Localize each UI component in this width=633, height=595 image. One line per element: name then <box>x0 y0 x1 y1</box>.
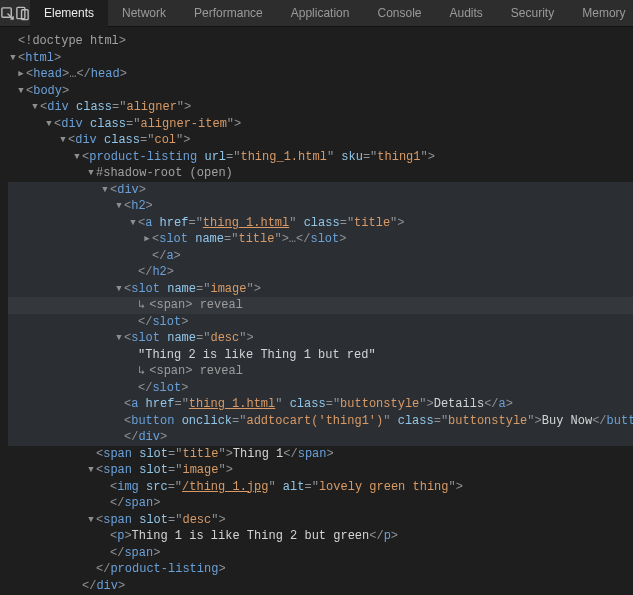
node-slot-image[interactable]: ▼ <slot name="image"> <box>8 281 633 298</box>
node-a-title-close[interactable]: </a> <box>8 248 633 265</box>
node-head[interactable]: ▶ <head>…</head> <box>8 66 633 83</box>
node-shadow-root[interactable]: ▼ #shadow-root (open) <box>8 165 633 182</box>
inspect-element-icon[interactable] <box>0 0 15 27</box>
expand-arrow-icon[interactable]: ▼ <box>114 330 124 347</box>
node-span-slot-image-close[interactable]: </span> <box>8 495 633 512</box>
expand-arrow-icon[interactable]: ▼ <box>30 99 40 116</box>
tab-network[interactable]: Network <box>108 0 180 27</box>
node-span-slot-desc-close[interactable]: </span> <box>8 545 633 562</box>
dom-tree[interactable]: <!doctype html> ▼ <html> ▶ <head>…</head… <box>0 27 633 595</box>
node-body-open[interactable]: ▼ <body> <box>8 83 633 100</box>
node-doctype[interactable]: <!doctype html> <box>8 33 633 50</box>
expand-arrow-icon[interactable]: ▼ <box>128 215 138 232</box>
tab-audits[interactable]: Audits <box>436 0 497 27</box>
punc: > <box>119 33 126 50</box>
node-product-listing-close[interactable]: </product-listing> <box>8 561 633 578</box>
expand-arrow-icon[interactable]: ▼ <box>44 116 54 133</box>
node-slot-image-close[interactable]: </slot> <box>8 314 633 331</box>
doctype-text: !doctype html <box>25 33 119 50</box>
shadow-root-label: #shadow-root (open) <box>96 165 233 182</box>
tab-memory[interactable]: Memory <box>568 0 633 27</box>
expand-arrow-icon[interactable]: ▼ <box>100 182 110 199</box>
node-slot-desc[interactable]: ▼ <slot name="desc"> <box>8 330 633 347</box>
node-slot-desc-text[interactable]: "Thing 2 is like Thing 1 but red" <box>8 347 633 364</box>
punc: < <box>18 33 25 50</box>
expand-arrow-icon[interactable]: ▶ <box>16 66 26 83</box>
node-button-buy-now[interactable]: <button onclick="addtocart('thing1')" cl… <box>8 413 633 430</box>
node-slot-title[interactable]: ▶ <slot name="title">…</slot> <box>8 231 633 248</box>
expand-arrow-icon[interactable]: ▼ <box>58 132 68 149</box>
node-product-listing[interactable]: ▼ <product-listing url="thing_1.html" sk… <box>8 149 633 166</box>
node-a-title[interactable]: ▼ <a href="thing_1.html" class="title"> <box>8 215 633 232</box>
node-div-col-close[interactable]: </div> <box>8 578 633 595</box>
devtools-toolbar: Elements Network Performance Application… <box>0 0 633 27</box>
tab-console[interactable]: Console <box>363 0 435 27</box>
device-toolbar-icon[interactable] <box>15 0 30 27</box>
expand-arrow-icon[interactable]: ▼ <box>8 50 18 67</box>
tab-performance[interactable]: Performance <box>180 0 277 27</box>
node-p-thing1-green[interactable]: <p>Thing 1 is like Thing 2 but green</p> <box>8 528 633 545</box>
devtools-tabs: Elements Network Performance Application… <box>30 0 633 27</box>
expand-arrow-icon[interactable]: ▼ <box>72 149 82 166</box>
node-h2-close[interactable]: </h2> <box>8 264 633 281</box>
tab-elements[interactable]: Elements <box>30 0 108 27</box>
node-html-open[interactable]: ▼ <html> <box>8 50 633 67</box>
reveal-arrow-icon: ↳ <box>138 297 145 314</box>
node-slot-desc-close[interactable]: </slot> <box>8 380 633 397</box>
node-slot-desc-reveal[interactable]: ↳ <span> reveal <box>8 363 633 380</box>
expand-arrow-icon[interactable]: ▼ <box>86 165 96 182</box>
expand-arrow-icon[interactable]: ▶ <box>142 231 152 248</box>
node-div-aligner[interactable]: ▼ <div class="aligner"> <box>8 99 633 116</box>
node-h2-open[interactable]: ▼ <h2> <box>8 198 633 215</box>
expand-arrow-icon[interactable]: ▼ <box>86 512 96 529</box>
node-span-slot-title[interactable]: <span slot="title">Thing 1</span> <box>8 446 633 463</box>
node-span-slot-desc[interactable]: ▼ <span slot="desc"> <box>8 512 633 529</box>
tab-application[interactable]: Application <box>277 0 364 27</box>
reveal-arrow-icon: ↳ <box>138 363 145 380</box>
expand-arrow-icon[interactable]: ▼ <box>114 281 124 298</box>
node-div-col[interactable]: ▼ <div class="col"> <box>8 132 633 149</box>
tab-security[interactable]: Security <box>497 0 568 27</box>
node-img[interactable]: <img src="/thing_1.jpg" alt="lovely gree… <box>8 479 633 496</box>
node-a-details[interactable]: <a href="thing_1.html" class="buttonstyl… <box>8 396 633 413</box>
expand-arrow-icon[interactable]: ▼ <box>16 83 26 100</box>
node-div-aligner-item[interactable]: ▼ <div class="aligner-item"> <box>8 116 633 133</box>
node-span-slot-image[interactable]: ▼ <span slot="image"> <box>8 462 633 479</box>
node-inner-div-close[interactable]: </div> <box>8 429 633 446</box>
node-slot-image-reveal[interactable]: ↳ <span> reveal <box>8 297 633 314</box>
node-inner-div[interactable]: ▼ <div> <box>8 182 633 199</box>
expand-arrow-icon[interactable]: ▼ <box>114 198 124 215</box>
expand-arrow-icon[interactable]: ▼ <box>86 462 96 479</box>
